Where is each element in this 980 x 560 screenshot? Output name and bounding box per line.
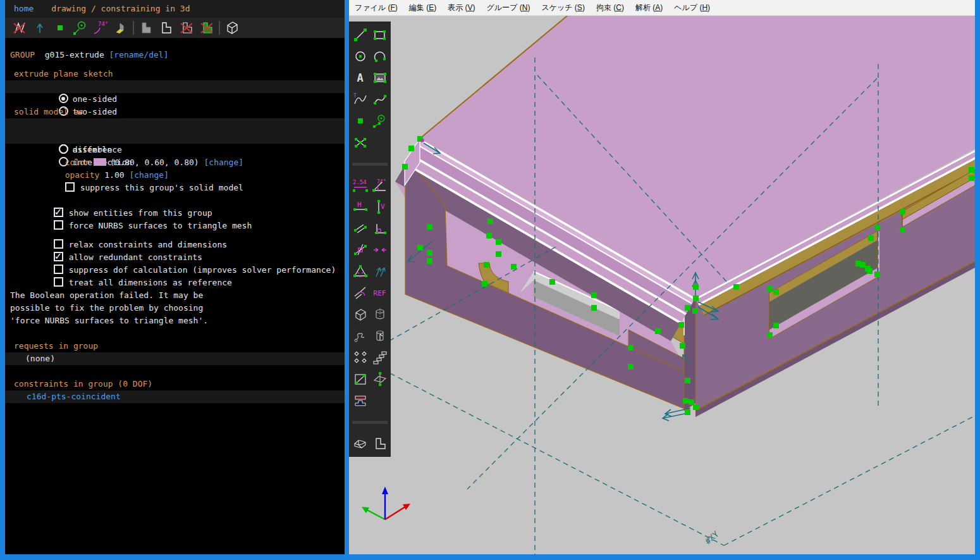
menu-sketch[interactable]: スケッチ S bbox=[536, 0, 590, 15]
toolbar-separator bbox=[352, 421, 388, 424]
menu-group[interactable]: グループ N bbox=[481, 0, 536, 15]
rectangle-icon[interactable] bbox=[371, 26, 389, 44]
revolve-icon[interactable] bbox=[352, 327, 369, 345]
delete-entity-icon[interactable] bbox=[11, 20, 28, 36]
browser-toolbar: 74° bbox=[5, 18, 345, 38]
one-sided-label[interactable]: one-sided bbox=[73, 94, 117, 104]
text-tool-icon[interactable]: A bbox=[352, 69, 369, 87]
step-dimension-delete-icon[interactable] bbox=[178, 20, 195, 36]
symmetric-constraint-icon[interactable] bbox=[371, 241, 389, 259]
color-row: color(0.80, 0.60, 0.80) [change] bbox=[5, 144, 345, 156]
menu-bar: ファイル F 編集 E 表示 V グループ N スケッチ S 拘束 C 解析 A… bbox=[349, 0, 975, 16]
solid-model-header: solid model as bbox=[5, 106, 345, 118]
constraint-item-row: c16d-pts-coincident bbox=[5, 390, 345, 403]
lathe-icon[interactable] bbox=[371, 306, 389, 323]
vertical-constraint-icon[interactable]: V bbox=[371, 198, 389, 216]
tab-home[interactable]: home bbox=[5, 0, 42, 18]
menu-constrain[interactable]: 拘束 C bbox=[591, 0, 630, 15]
browser-text-area: GROUP g015-extrude [rename/del] extrude … bbox=[5, 38, 345, 554]
svg-text:T: T bbox=[353, 93, 357, 99]
datum-point-icon[interactable] bbox=[352, 112, 369, 130]
step-dimension-gray-icon[interactable] bbox=[138, 20, 154, 36]
3d-viewport: ファイル F 編集 E 表示 V グループ N スケッチ S 拘束 C 解析 A… bbox=[349, 0, 975, 554]
show-entities-row: show entities from this group bbox=[5, 194, 345, 207]
requests-none-row: (none) bbox=[5, 352, 345, 365]
group-name: g015-extrude bbox=[45, 50, 104, 59]
rename-del-link[interactable]: [rename/del] bbox=[109, 50, 169, 59]
helix-icon[interactable] bbox=[371, 327, 389, 345]
menu-analyze[interactable]: 解析 A bbox=[630, 0, 668, 15]
menu-edit[interactable]: 編集 E bbox=[403, 0, 442, 15]
browser-tabbar: home drawing / constraining in 3d bbox=[5, 0, 345, 18]
tangent-arc-icon[interactable]: T bbox=[352, 90, 369, 108]
image-tool-icon[interactable] bbox=[371, 69, 389, 87]
menu-view[interactable]: 表示 V bbox=[442, 0, 481, 15]
one-sided-radio[interactable] bbox=[59, 94, 68, 103]
extrude-header: extrude plane sketch bbox=[5, 68, 345, 80]
tangent-constraint-icon[interactable] bbox=[352, 284, 369, 302]
step-dimension-outline-icon[interactable] bbox=[158, 20, 175, 36]
toolbar-separator bbox=[352, 163, 388, 166]
group-header-row: GROUP g015-extrude [rename/del] bbox=[5, 49, 345, 61]
constraints-header: constraints in group (0 DOF) bbox=[5, 378, 345, 390]
parallel-constraint-icon[interactable] bbox=[352, 220, 369, 237]
angle-74-icon[interactable]: 74° bbox=[92, 20, 109, 36]
show-cube-icon[interactable] bbox=[224, 20, 240, 36]
step-dimension-green-delete-icon[interactable] bbox=[199, 20, 215, 36]
workplane-icon[interactable] bbox=[371, 370, 389, 388]
boolean-error-line2: possible to fix the problem by choosing bbox=[5, 302, 345, 314]
suppress-solid-checkbox[interactable] bbox=[65, 182, 75, 192]
angle-dimension-icon[interactable]: 74° bbox=[371, 177, 389, 194]
perpendicular-constraint-icon[interactable] bbox=[371, 220, 389, 237]
sketch-in-workplane-icon[interactable] bbox=[352, 370, 369, 388]
empty-cell bbox=[371, 134, 389, 151]
equal-constraint-icon[interactable] bbox=[352, 263, 369, 280]
parallel-normals-icon[interactable] bbox=[371, 263, 389, 280]
constraint-item-link[interactable]: c16d-pts-coincident bbox=[27, 392, 121, 401]
force-nurbs-row: force NURBS surfaces to triangle mesh bbox=[5, 207, 345, 220]
suppress-solid-label[interactable]: suppress this group's solid model bbox=[80, 183, 243, 192]
distance-dimension-icon[interactable]: 2.54 bbox=[352, 177, 369, 194]
arc-icon[interactable] bbox=[371, 47, 389, 65]
activate-arrow-icon[interactable] bbox=[32, 20, 48, 36]
redundant-row: allow redundant constraints bbox=[5, 239, 345, 251]
datum-point-icon[interactable] bbox=[52, 20, 68, 36]
svg-text:V: V bbox=[381, 202, 385, 211]
construction-circle-icon[interactable] bbox=[72, 20, 89, 36]
rotate-copy-icon[interactable] bbox=[352, 349, 369, 366]
solvespace-window: home drawing / constraining in 3d 74° GR… bbox=[0, 0, 980, 560]
property-browser-panel: home drawing / constraining in 3d 74° GR… bbox=[5, 0, 345, 554]
reference-dims-row: treat all dimensions as reference bbox=[5, 264, 345, 277]
menu-help[interactable]: ヘルプ H bbox=[668, 0, 716, 15]
suppress-dof-row: suppress dof calculation (improves solve… bbox=[5, 251, 345, 264]
line-segment-icon[interactable] bbox=[352, 26, 369, 44]
toolbar-separator bbox=[133, 21, 134, 35]
extrude-icon[interactable] bbox=[352, 306, 369, 323]
horizontal-constraint-icon[interactable]: H bbox=[352, 198, 369, 216]
svg-text:74°: 74° bbox=[98, 21, 108, 27]
show-solid-icon[interactable] bbox=[352, 435, 369, 452]
cubic-bezier-icon[interactable] bbox=[371, 90, 389, 108]
split-curves-icon[interactable] bbox=[352, 134, 369, 151]
translate-copy-icon[interactable] bbox=[371, 349, 389, 366]
measure-view-icon[interactable] bbox=[352, 392, 369, 409]
union-assemble-row: union assemble bbox=[5, 118, 345, 131]
tab-current-group[interactable]: drawing / constraining in 3d bbox=[42, 0, 199, 18]
sided-radio-row: one-sided two-sided bbox=[5, 80, 345, 93]
construction-circle-icon[interactable] bbox=[371, 112, 389, 130]
relax-row: relax constraints and dimensions bbox=[5, 226, 345, 239]
menu-file[interactable]: ファイル F bbox=[349, 0, 403, 15]
boolean-error-line1: The Boolean operation failed. It may be bbox=[5, 289, 345, 302]
hovered-point[interactable] bbox=[420, 139, 424, 142]
reference-dims-label[interactable]: treat all dimensions as reference bbox=[69, 278, 232, 287]
opacity-row: opacity 1.00 [change] bbox=[5, 156, 345, 169]
show-corner-icon[interactable] bbox=[371, 435, 389, 452]
svg-text:2.54: 2.54 bbox=[353, 179, 367, 185]
toolbar-separator bbox=[219, 21, 220, 35]
3d-viewport-canvas[interactable]: #XY bbox=[349, 16, 975, 554]
circle-icon[interactable] bbox=[352, 47, 369, 65]
reference-dims-checkbox[interactable] bbox=[54, 277, 63, 287]
sketch-in-plane-icon[interactable] bbox=[113, 20, 129, 36]
reference-dimension-icon[interactable]: REF bbox=[371, 284, 389, 302]
point-on-line-icon[interactable] bbox=[352, 241, 369, 259]
